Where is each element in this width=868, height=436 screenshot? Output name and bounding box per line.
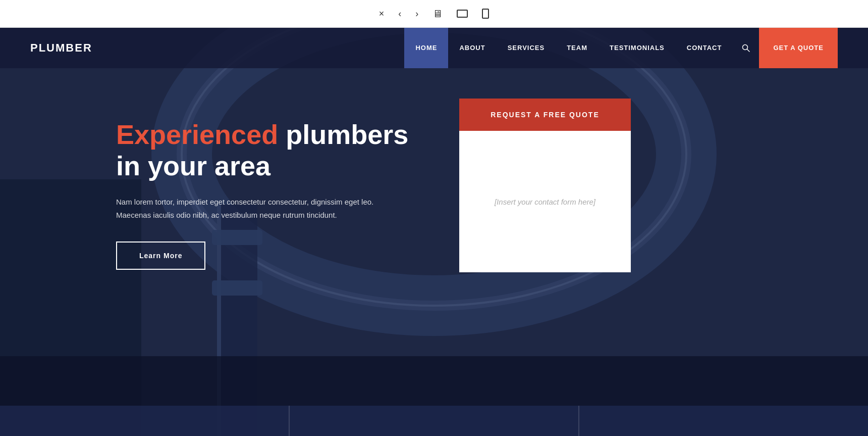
nav-item-testimonials[interactable]: TESTIMONIALS	[599, 28, 676, 68]
hero-title: Experienced plumbersin your area	[116, 119, 429, 181]
search-icon[interactable]	[733, 28, 759, 68]
hero-title-accent: Experienced	[116, 119, 278, 150]
nav-link-contact[interactable]: CONTACT	[676, 28, 733, 68]
nav-item-contact[interactable]: CONTACT	[676, 28, 733, 68]
tablet-view-icon[interactable]	[457, 10, 468, 18]
nav-item-about[interactable]: ABOUT	[448, 28, 496, 68]
site-wrapper: PLUMBER HOME ABOUT SERVICES TEAM TESTIMO…	[0, 28, 868, 436]
quote-panel-header: REQUEST A FREE QUOTE	[459, 99, 631, 131]
nav-link-about[interactable]: ABOUT	[448, 28, 496, 68]
hero-text-section: Experienced plumbersin your area Nam lor…	[116, 119, 429, 270]
site-logo: PLUMBER	[30, 41, 92, 55]
get-quote-button[interactable]: GET A QUOTE	[759, 28, 838, 68]
quote-panel: REQUEST A FREE QUOTE [Insert your contac…	[459, 99, 631, 272]
nav-link-services[interactable]: SERVICES	[497, 28, 556, 68]
nav-link-team[interactable]: TEAM	[556, 28, 599, 68]
nav-link-testimonials[interactable]: TESTIMONIALS	[599, 28, 676, 68]
close-icon[interactable]: ×	[379, 9, 385, 19]
back-icon[interactable]: ‹	[398, 9, 401, 19]
bottom-strip-1	[0, 406, 290, 436]
forward-icon[interactable]: ›	[415, 9, 418, 19]
nav-item-services[interactable]: SERVICES	[497, 28, 556, 68]
learn-more-button[interactable]: Learn More	[116, 241, 205, 270]
nav-links: HOME ABOUT SERVICES TEAM TESTIMONIALS CO…	[404, 28, 733, 68]
bottom-strip-2	[290, 406, 579, 436]
svg-line-11	[747, 50, 750, 52]
bottom-strip	[0, 406, 868, 436]
nav-item-home[interactable]: HOME	[404, 28, 448, 68]
mobile-view-icon[interactable]	[482, 9, 489, 19]
hero-description: Nam lorem tortor, imperdiet eget consect…	[116, 196, 378, 221]
browser-chrome: × ‹ › 🖥	[0, 0, 868, 28]
contact-form-placeholder: [Insert your contact form here]	[495, 198, 595, 206]
hero-content: Experienced plumbersin your area Nam lor…	[0, 68, 868, 303]
navbar: PLUMBER HOME ABOUT SERVICES TEAM TESTIMO…	[0, 28, 868, 68]
bottom-strip-3	[579, 406, 868, 436]
nav-link-home[interactable]: HOME	[404, 28, 448, 68]
desktop-view-icon[interactable]: 🖥	[432, 8, 443, 20]
quote-panel-body: [Insert your contact form here]	[459, 131, 631, 272]
nav-item-team[interactable]: TEAM	[556, 28, 599, 68]
